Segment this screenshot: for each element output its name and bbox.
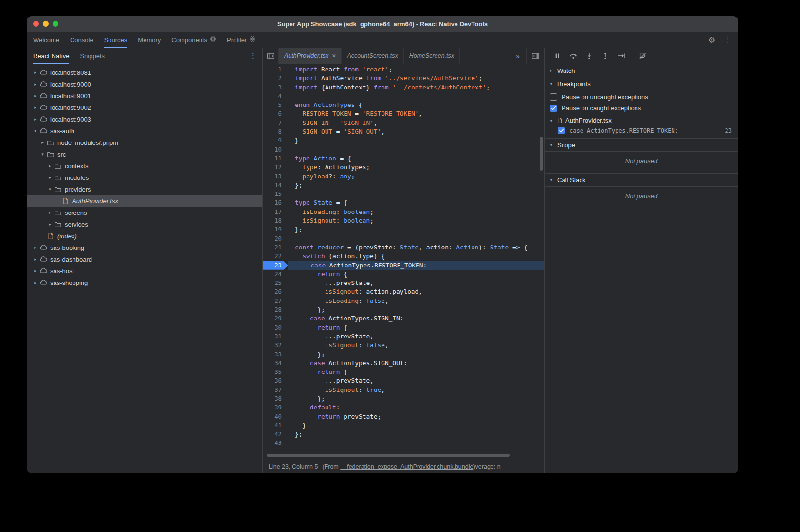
code-text[interactable]: ...prevState, [288, 332, 544, 341]
tree-item-sas-dashboard[interactable]: ▸sas-dashboard [27, 253, 262, 265]
tree-item-sas-shopping[interactable]: ▸sas-shopping [27, 277, 262, 288]
close-tab-icon[interactable]: × [332, 53, 336, 59]
line-number[interactable]: 17 [263, 208, 288, 216]
disclosure-collapsed-icon[interactable]: ▸ [46, 222, 54, 227]
disclosure-collapsed-icon[interactable]: ▸ [32, 245, 39, 250]
disclosure-collapsed-icon[interactable]: ▸ [32, 93, 39, 98]
code-text[interactable]: case ActionTypes.SIGN_IN: [288, 314, 544, 323]
disclosure-collapsed-icon[interactable]: ▸ [32, 70, 39, 75]
minimize-window-button[interactable] [43, 21, 49, 27]
code-text[interactable]: type Action = { [288, 154, 544, 163]
tree-item-index[interactable]: (index) [27, 230, 262, 242]
tab-memory[interactable]: Memory [138, 32, 161, 48]
tree-item-modules[interactable]: ▸modules [27, 172, 262, 183]
line-number[interactable]: 27 [263, 297, 288, 305]
tab-sources[interactable]: Sources [104, 32, 127, 48]
line-number[interactable]: 25 [263, 279, 288, 287]
more-options-kebab-icon[interactable]: ⋮ [724, 35, 731, 44]
toggle-navigator-panel-icon[interactable] [263, 48, 279, 64]
line-number[interactable]: 2 [263, 74, 288, 83]
code-editor[interactable]: 1import React from 'react';2import AuthS… [263, 64, 544, 460]
disclosure-collapsed-icon[interactable]: ▸ [46, 163, 54, 168]
deactivate-breakpoints-icon[interactable] [635, 50, 651, 63]
disclosure-collapsed-icon[interactable]: ▸ [32, 82, 39, 87]
line-number[interactable]: 19 [263, 225, 288, 234]
code-text[interactable]: default: [288, 403, 544, 412]
toggle-debugger-panel-icon[interactable] [526, 48, 544, 64]
code-text[interactable]: payload?: any; [288, 172, 544, 181]
tree-item-authprovider-tsx[interactable]: AuthProvider.tsx [27, 195, 262, 207]
code-text[interactable]: case ActionTypes.SIGN_OUT: [288, 359, 544, 368]
code-text[interactable]: isSignout: boolean; [288, 216, 544, 225]
code-text[interactable] [288, 439, 544, 447]
code-text[interactable]: }; [288, 305, 544, 314]
line-number[interactable]: 4 [263, 92, 288, 101]
tree-item-src[interactable]: ▾src [27, 148, 262, 160]
line-number[interactable]: 6 [263, 109, 288, 118]
line-number[interactable]: 33 [263, 350, 288, 359]
line-number[interactable]: 43 [263, 439, 288, 447]
line-number[interactable]: 32 [263, 341, 288, 350]
close-window-button[interactable] [33, 21, 39, 27]
breakpoint-file-group[interactable]: ▾AuthProvider.tsx [545, 114, 738, 125]
navigator-tab-snippets[interactable]: Snippets [80, 48, 105, 64]
code-text[interactable]: }; [288, 181, 544, 190]
code-text[interactable]: isLoading: false, [288, 297, 544, 305]
code-text[interactable]: enum ActionTypes { [288, 101, 544, 109]
call-stack-section-header[interactable]: ▾ Call Stack [545, 174, 738, 187]
code-text[interactable]: return { [288, 323, 544, 332]
line-number[interactable]: 30 [263, 323, 288, 332]
line-number[interactable]: 42 [263, 430, 288, 439]
code-text[interactable]: return prevState; [288, 412, 544, 421]
code-text[interactable]: }; [288, 225, 544, 234]
horizontal-scrollbar-thumb[interactable] [267, 454, 510, 457]
line-number[interactable]: 21 [263, 243, 288, 252]
disclosure-expanded-icon[interactable]: ▾ [549, 81, 554, 86]
line-number[interactable]: 16 [263, 198, 288, 207]
tab-welcome[interactable]: Welcome [33, 32, 59, 48]
line-number[interactable]: 36 [263, 376, 288, 385]
code-text[interactable]: isSignout: action.payload, [288, 287, 544, 296]
tab-console[interactable]: Console [70, 32, 93, 48]
pause-on-caught-row[interactable]: Pause on caught exceptions [545, 103, 738, 114]
tab-components[interactable]: Components [171, 32, 216, 48]
more-tabs-chevron-icon[interactable]: » [509, 48, 526, 64]
tree-item-sas-host[interactable]: ▸sas-host [27, 265, 262, 277]
disclosure-collapsed-icon[interactable]: ▸ [46, 210, 54, 215]
disclosure-collapsed-icon[interactable]: ▸ [32, 280, 39, 285]
settings-gear-icon[interactable]: ⚙ [709, 35, 715, 45]
tree-item-localhost-9002[interactable]: ▸localhost:9002 [27, 102, 262, 113]
disclosure-expanded-icon[interactable]: ▾ [549, 142, 554, 147]
line-number[interactable]: 12 [263, 163, 288, 172]
disclosure-collapsed-icon[interactable]: ▸ [46, 175, 54, 180]
code-text[interactable]: import AuthService from '../services/Aut… [288, 74, 544, 83]
line-number[interactable]: 26 [263, 287, 288, 296]
navigator-more-options-icon[interactable]: ⋮ [249, 48, 262, 64]
code-text[interactable] [288, 145, 544, 154]
line-number[interactable]: 22 [263, 252, 288, 261]
line-number[interactable]: 5 [263, 101, 288, 109]
code-text[interactable]: isSignout: true, [288, 386, 544, 394]
tree-item-providers[interactable]: ▾providers [27, 183, 262, 195]
line-number[interactable]: 41 [263, 421, 288, 430]
line-number[interactable]: 31 [263, 332, 288, 341]
line-number[interactable]: 10 [263, 145, 288, 154]
code-text[interactable]: } [288, 136, 544, 145]
file-tab-homescreen-tsx[interactable]: HomeScreen.tsx [404, 48, 460, 64]
code-text[interactable]: }; [288, 394, 544, 403]
line-number[interactable]: 7 [263, 119, 288, 127]
pause-uncaught-checkbox[interactable] [550, 93, 557, 101]
tree-item-screens[interactable]: ▸screens [27, 207, 262, 218]
line-number[interactable]: 39 [263, 403, 288, 412]
line-number[interactable]: 38 [263, 394, 288, 403]
disclosure-collapsed-icon[interactable]: ▸ [549, 68, 554, 73]
line-number[interactable]: 3 [263, 83, 288, 92]
code-text[interactable]: const reducer = (prevState: State, actio… [288, 243, 544, 252]
scope-section-header[interactable]: ▾ Scope [545, 139, 738, 152]
code-text[interactable]: RESTORE_TOKEN = 'RESTORE_TOKEN', [288, 109, 544, 118]
disclosure-expanded-icon[interactable]: ▾ [32, 128, 39, 133]
step-icon[interactable] [613, 50, 629, 63]
line-number[interactable]: 14 [263, 181, 288, 190]
code-text[interactable] [288, 234, 544, 243]
tree-item-contexts[interactable]: ▸contexts [27, 160, 262, 172]
